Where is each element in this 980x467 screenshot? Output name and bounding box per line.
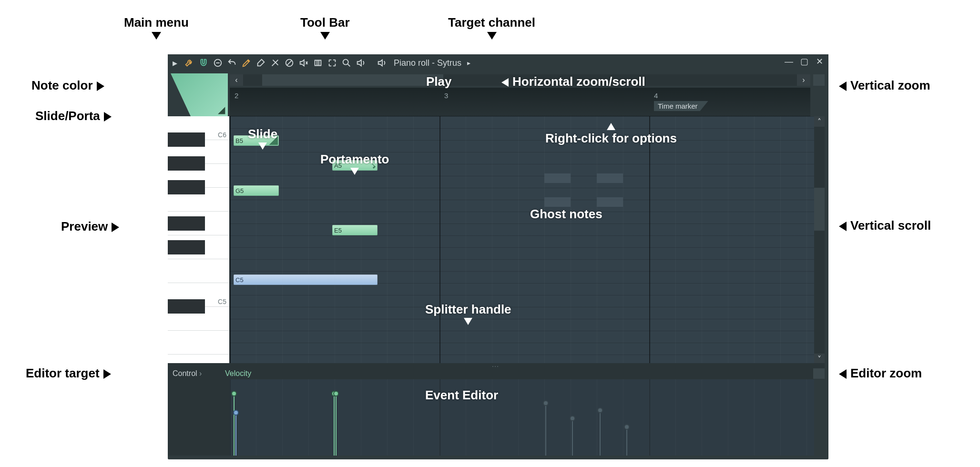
vscroll-up-button[interactable]: ˄ bbox=[814, 116, 825, 127]
maximize-button[interactable]: ▢ bbox=[799, 56, 809, 67]
select-icon[interactable] bbox=[325, 56, 339, 70]
undo-icon[interactable] bbox=[225, 56, 239, 70]
piano-keyboard[interactable]: C6 C5 bbox=[168, 116, 230, 364]
ghost-note bbox=[597, 173, 623, 183]
editor-parameter-label: Velocity bbox=[225, 369, 251, 378]
key-label-c5: C5 bbox=[218, 298, 226, 305]
main-menu-button[interactable]: ▸ bbox=[168, 56, 182, 70]
piano-roll-body: C6 C5 B5 G5 A5 bbox=[168, 116, 825, 364]
wann-right-click: Right-click for options bbox=[545, 123, 677, 146]
wann-play: Play bbox=[426, 74, 452, 89]
ann-editor-zoom: Editor zoom bbox=[839, 366, 922, 381]
splitter-handle[interactable] bbox=[168, 363, 825, 368]
draw-pencil-icon[interactable] bbox=[239, 56, 254, 70]
wann-portamento: Portamento bbox=[320, 152, 389, 175]
wann-hzoom: Horizontal zoom/scroll bbox=[501, 74, 645, 89]
playback-icon[interactable] bbox=[354, 56, 368, 70]
editor-target-selector[interactable]: Control bbox=[168, 369, 225, 378]
bar-number: 3 bbox=[444, 91, 448, 100]
event-editor[interactable] bbox=[230, 379, 814, 456]
wann-ghost-notes: Ghost notes bbox=[530, 207, 602, 222]
ghost-note bbox=[544, 173, 571, 183]
vertical-zoom-handle[interactable] bbox=[813, 74, 825, 86]
ann-tool-bar: Tool Bar bbox=[300, 15, 350, 40]
disable-circle-icon[interactable] bbox=[282, 56, 296, 70]
time-marker[interactable]: Time marker bbox=[654, 101, 708, 111]
wann-slide: Slide bbox=[248, 127, 277, 150]
slide-porta-toggle-icon[interactable]: ◢ bbox=[213, 104, 225, 113]
vertical-scroll-thumb[interactable] bbox=[814, 188, 825, 231]
bar-number: 2 bbox=[235, 91, 238, 100]
note-color-selector[interactable]: ◢ bbox=[171, 73, 228, 116]
note-label: G5 bbox=[235, 187, 244, 194]
piano-roll-window: ▸ Piano roll - Sytrus ▸ — ▢ ✕ ◢ ‹ › bbox=[168, 54, 828, 459]
note-g5[interactable]: G5 bbox=[234, 185, 279, 196]
ann-preview: Preview bbox=[61, 219, 119, 234]
ann-note-color: Note color bbox=[31, 78, 104, 93]
minimize-button[interactable]: — bbox=[784, 56, 794, 67]
note-label: E5 bbox=[334, 227, 342, 234]
hscroll-left-button[interactable]: ‹ bbox=[230, 74, 243, 86]
slice-icon[interactable] bbox=[268, 56, 282, 70]
event-editor-header: Control Velocity bbox=[168, 368, 825, 379]
vscroll-down-button[interactable]: ˅ bbox=[814, 354, 825, 364]
editor-zoom-handle[interactable] bbox=[813, 368, 825, 379]
note-label: B5 bbox=[235, 137, 243, 144]
slip-icon[interactable] bbox=[311, 56, 325, 70]
svg-point-2 bbox=[343, 60, 348, 65]
ann-slide-porta: Slide/Porta bbox=[35, 109, 112, 123]
note-c5[interactable]: C5 bbox=[234, 274, 378, 285]
target-channel-audio-icon[interactable] bbox=[375, 56, 389, 70]
time-marker-label: Time marker bbox=[654, 101, 708, 111]
horizontal-scroll-thumb[interactable] bbox=[262, 74, 443, 86]
ann-editor-target: Editor target bbox=[26, 366, 111, 381]
snap-magnet-icon[interactable] bbox=[196, 56, 211, 70]
timeline-ruler[interactable]: 2 3 4 Time marker bbox=[230, 88, 810, 116]
ghost-note bbox=[544, 197, 571, 207]
wann-splitter: Splitter handle bbox=[425, 302, 511, 325]
note-label: C5 bbox=[235, 276, 244, 284]
target-channel-selector[interactable]: ▸ bbox=[461, 56, 476, 70]
wann-event-editor: Event Editor bbox=[425, 388, 498, 403]
toolbar: ▸ Piano roll - Sytrus ▸ — ▢ ✕ bbox=[168, 54, 828, 71]
tool-wrench-icon[interactable] bbox=[182, 56, 196, 70]
event-editor-gutter bbox=[168, 379, 230, 456]
window-title: Piano roll - Sytrus bbox=[394, 58, 461, 68]
ann-target-channel: Target channel bbox=[448, 15, 535, 40]
bar-number: 4 bbox=[654, 91, 658, 100]
options-circle-icon[interactable] bbox=[211, 56, 225, 70]
ann-main-menu: Main menu bbox=[124, 15, 189, 40]
note-grid[interactable]: B5 G5 A5 E5 C5 bbox=[230, 116, 825, 364]
note-e5[interactable]: E5 bbox=[332, 225, 378, 235]
vertical-scrollbar[interactable]: ˄ ˅ bbox=[814, 116, 825, 364]
zoom-icon[interactable] bbox=[339, 56, 354, 70]
key-label-c6: C6 bbox=[218, 131, 226, 139]
ghost-note bbox=[597, 197, 623, 207]
close-button[interactable]: ✕ bbox=[814, 56, 825, 67]
ann-vertical-zoom: Vertical zoom bbox=[839, 78, 930, 93]
hscroll-right-button[interactable]: › bbox=[797, 74, 810, 86]
mute-icon[interactable] bbox=[296, 56, 311, 70]
ann-vertical-scroll: Vertical scroll bbox=[839, 218, 931, 233]
paint-brush-icon[interactable] bbox=[254, 56, 268, 70]
